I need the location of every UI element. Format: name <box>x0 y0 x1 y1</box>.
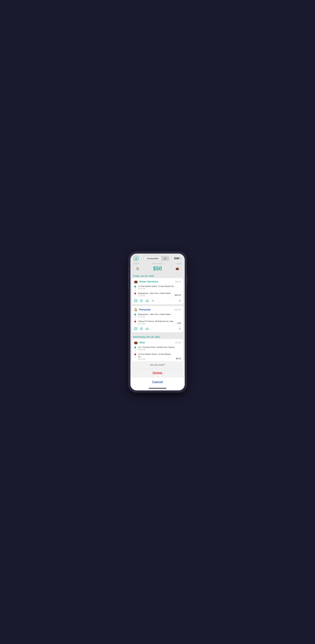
edit-button[interactable]: Edit ✓ <box>174 257 182 260</box>
map-icon-1[interactable] <box>134 299 137 303</box>
origin-dot-uber <box>134 346 136 348</box>
trip-miles-2: 133.6 mi <box>174 308 181 311</box>
svg-point-21 <box>148 329 148 330</box>
other-label: OTHER <box>133 263 139 264</box>
trip-route-2: Binghamton,, New York, United States 01:… <box>132 312 183 326</box>
origin-address-1: 13 East Market Street, 13 East Market St… <box>138 285 181 288</box>
trip-miles-1: 75.6 mi <box>175 280 181 283</box>
trip-title-group-1: 💼 Home Services <box>134 280 158 284</box>
trip-name-1: Home Services <box>139 280 158 283</box>
phone-screen: Unclassified All Edit ✓ OTHER WORK MILES… <box>130 254 185 390</box>
status-bar: Unclassified All Edit ✓ <box>130 254 185 262</box>
delete-icon-2[interactable] <box>178 327 181 331</box>
trip-card-uber: 💼 Uber 13.8 mi 101, Parkview Drive <box>132 339 183 361</box>
dest-info-uber: 13 East Market Street, 13 East Market St… <box>138 353 174 360</box>
briefcase-icon: 💼 <box>176 267 179 270</box>
map-icon-2[interactable] <box>134 327 137 331</box>
dest-info-1: Binghamton,, New York, United States 01:… <box>138 292 173 296</box>
home-bar <box>149 388 166 388</box>
avatar[interactable] <box>134 256 139 261</box>
dest-time-2: 01:14 PM <box>138 323 175 324</box>
dest-dot-uber <box>134 354 136 355</box>
origin-info-1: 13 East Market Street, 13 East Market St… <box>138 285 181 290</box>
trip-title-group-2: 🏠 Personal <box>134 308 150 312</box>
notes-icon-1[interactable] <box>140 299 143 303</box>
cancel-button[interactable]: Cancel <box>130 377 185 387</box>
miles-header: OTHER WORK MILES WORK <box>130 262 185 265</box>
work-miles-amount: $50 <box>153 266 162 272</box>
origin-dot-2 <box>134 314 136 316</box>
trip-card-home-services: 💼 Home Services 75.6 mi 13 East Ma <box>132 278 183 304</box>
trip-header-uber: 💼 Uber 13.8 mi <box>132 339 183 346</box>
prev-arrow[interactable]: ← 🏠 <box>132 267 139 270</box>
origin-info-2: Binghamton,, New York, United States 01:… <box>138 313 181 318</box>
volume-mute-button[interactable] <box>128 267 129 271</box>
origin-address-uber: 101, Parkview Drive, Painted Post, Steub… <box>138 346 181 348</box>
trip-route-1: 13 East Market Street, 13 East Market St… <box>132 284 183 298</box>
delete-button[interactable]: Delete <box>130 369 185 377</box>
origin-time-uber: 09:00 PM <box>138 349 181 350</box>
next-arrow[interactable]: 💼 → <box>176 267 182 270</box>
dest-info-2: Albany NY Fitness, 88 Railroad Ave, Alba… <box>138 320 175 324</box>
origin-info-uber: 101, Parkview Drive, Painted Post, Steub… <box>138 346 181 350</box>
origin-time-2: 01:14 PM <box>138 316 181 318</box>
trip-actions-2 <box>132 326 183 332</box>
trip-header-2: 🏠 Personal 133.6 mi <box>132 306 183 312</box>
miles-nav-row: ← 🏠 $50 💼 → <box>130 265 185 273</box>
svg-point-20 <box>146 329 147 330</box>
chevron-down-icon: ✓ <box>180 257 182 260</box>
dest-time-uber: 09:24 PM <box>138 358 174 360</box>
svg-marker-1 <box>134 300 137 302</box>
power-button[interactable] <box>186 274 187 284</box>
tag-icon-1[interactable] <box>152 299 154 303</box>
work-label: WORK <box>176 263 182 264</box>
notes-icon-2[interactable] <box>140 327 143 331</box>
svg-point-11 <box>153 300 154 300</box>
origin-dot <box>134 286 136 288</box>
trip-title-group-uber: 💼 Uber <box>134 341 145 344</box>
home-icon: 🏠 <box>136 267 139 270</box>
svg-marker-12 <box>134 328 137 330</box>
trip-price-1: $49.52 <box>175 294 181 296</box>
trip-name-uber: Uber <box>139 341 145 344</box>
trip-home-icon: 🏠 <box>134 308 138 312</box>
volume-down-button[interactable] <box>128 282 129 289</box>
origin-address-2: Binghamton,, New York, United States <box>138 313 181 316</box>
svg-point-9 <box>146 301 147 302</box>
date-header-2: Wednesday, Dec 28, 2022 <box>130 334 185 339</box>
trip-briefcase-icon: 💼 <box>134 280 138 284</box>
tab-all[interactable]: All <box>161 256 169 260</box>
tab-unclassified[interactable]: Unclassified <box>144 256 161 260</box>
dest-address-2: Albany NY Fitness, 88 Railroad Ave, Alba… <box>138 320 175 323</box>
work-miles-label: WORK MILES <box>152 263 163 264</box>
dest-time-1: 01:34 PM <box>138 295 173 296</box>
trip-route-uber: 101, Parkview Drive, Painted Post, Steub… <box>132 346 183 361</box>
phone-shell: Unclassified All Edit ✓ OTHER WORK MILES… <box>129 252 186 392</box>
home-indicator <box>130 387 185 390</box>
svg-point-10 <box>148 301 148 302</box>
svg-point-0 <box>136 257 136 258</box>
trip-price-2: 0.00 <box>177 322 181 324</box>
origin-time-1: 01:34 PM <box>138 288 181 290</box>
dest-address-1: Binghamton,, New York, United States <box>138 292 173 295</box>
trip-briefcase-icon-uber: 💼 <box>134 341 138 344</box>
volume-up-button[interactable] <box>128 272 129 280</box>
right-arrow-icon: → <box>180 267 182 270</box>
dest-dot-2 <box>134 320 136 322</box>
tab-group: Unclassified All <box>144 256 170 261</box>
car-icon-1[interactable] <box>146 299 149 303</box>
trip-miles-uber: 13.8 mi <box>175 341 181 344</box>
left-arrow-icon: ← <box>132 267 135 270</box>
confirm-question: Are you sure? <box>130 361 185 369</box>
trip-actions-1 <box>132 298 183 304</box>
trip-header-1: 💼 Home Services 75.6 mi <box>132 278 183 284</box>
date-header-1: Friday, Jan 20, 2023 <box>130 273 185 278</box>
dest-dot <box>134 292 136 294</box>
trip-name-2: Personal <box>139 308 150 311</box>
delete-icon-1[interactable] <box>178 299 181 303</box>
trip-price-uber: $8.63 <box>176 357 181 360</box>
confirm-sheet: Are you sure? Delete <box>130 361 185 377</box>
car-icon-2[interactable] <box>146 327 149 331</box>
dest-address-uber: 13 East Market Street, 13 East Market St… <box>138 353 174 358</box>
trip-card-personal: 🏠 Personal 133.6 mi Binghamton,, N <box>132 306 183 332</box>
